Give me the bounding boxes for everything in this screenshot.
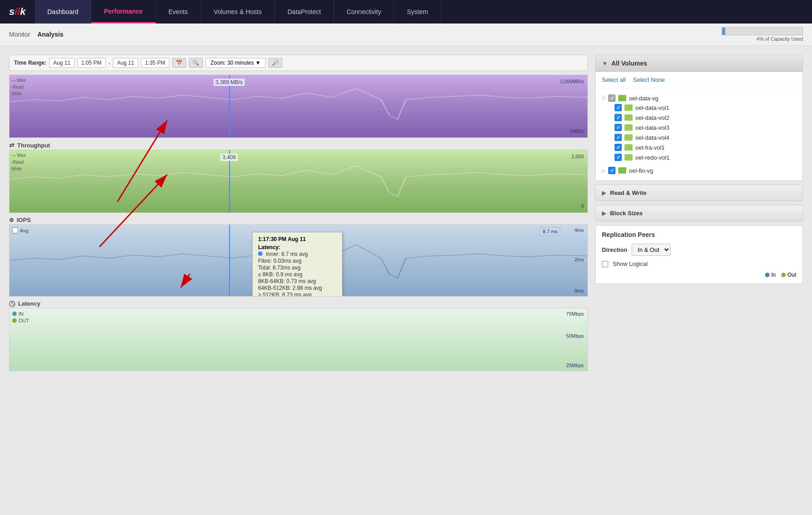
bandwidth-y-high: 2,000MB/s <box>560 79 584 84</box>
nav-item-volumes-hosts[interactable]: Volumes & Hosts <box>201 0 275 24</box>
nav-item-dashboard[interactable]: Dashboard <box>35 0 92 24</box>
direction-select[interactable]: In & Out <box>632 244 671 256</box>
label-oel-data-vol2: oel-data-vol2 <box>635 114 669 121</box>
bandwidth-chart-area: — Max-ReadWrite 3,389 MB/s 2,000MB/s 0MB… <box>9 75 588 138</box>
volumes-title: All Volumes <box>611 60 647 67</box>
folder-icon-vol1 <box>624 104 633 111</box>
block-sizes-header[interactable]: ▶ Block Sizes <box>596 205 803 221</box>
tooltip-8kb: ≤ 8KB: 0.9 ms avg <box>258 271 337 278</box>
tooltip-dot <box>258 251 263 256</box>
end-time[interactable]: 1:35 PM <box>141 58 169 68</box>
zoom-selector[interactable]: Zoom: 30 minutes ▼ <box>206 58 266 68</box>
zoom-in-button[interactable]: 🔎 <box>268 58 282 68</box>
top-navigation: silk Dashboard Performance Events Volume… <box>0 0 812 24</box>
out-dot <box>12 318 17 323</box>
nav-item-events[interactable]: Events <box>156 0 201 24</box>
in-legend-item: In <box>765 272 776 278</box>
direction-label: Direction <box>602 246 627 253</box>
nav-item-performance[interactable]: Performance <box>91 0 156 24</box>
read-write-section: ▶ Read & Write <box>595 184 803 201</box>
nav-item-system[interactable]: System <box>394 0 441 24</box>
group-label-oel-data-vg: oel-data-vg <box>629 95 658 102</box>
latency-y-75: 75Mbps <box>566 311 584 317</box>
throughput-chart-bg: — Max-ReadWrite 3,409 2,000 0 <box>9 150 587 213</box>
chart-tooltip: 1:17:30 PM Aug 11 Latency: Inner: 8.7 ms… <box>252 232 343 297</box>
end-date[interactable]: Aug 11 <box>113 58 138 68</box>
zoom-out-button[interactable]: 🔍 <box>189 58 203 68</box>
bandwidth-y-low: 0MB/s <box>570 128 584 134</box>
replication-section: Replication Peers Direction In & Out Sho… <box>595 225 803 284</box>
block-sizes-icon: ▶ <box>602 210 606 217</box>
folder-icon-oel-fio-vg <box>618 167 626 174</box>
latency-title-row: Latency <box>9 300 588 307</box>
nav-item-connectivity[interactable]: Connectivity <box>334 0 394 24</box>
latency-chart-section: Latency IN OUT <box>9 300 588 371</box>
latency-y-50: 50Mbps <box>566 333 584 339</box>
volume-group-oel-data-vg: ▽ oel-data-vg oel-data-vol1 oel <box>596 92 803 164</box>
charts-panel: Time Range: Aug 11 1:05 PM - Aug 11 1:35… <box>9 55 588 375</box>
show-logical-row: Show Logical <box>602 260 796 267</box>
volume-group-header-oel-data-vg[interactable]: ▽ oel-data-vg <box>602 94 796 103</box>
out-legend-dot <box>781 273 786 277</box>
throughput-title: Throughput <box>17 142 50 149</box>
throughput-title-row: ⇄ Throughput <box>9 142 588 149</box>
out-legend-label: Out <box>788 272 796 278</box>
select-all-link[interactable]: Select all <box>602 76 626 83</box>
avg-checkbox[interactable] <box>12 227 18 233</box>
throughput-y-low: 0 <box>581 203 584 209</box>
capacity-text: 4% of Capacity Used <box>756 36 803 42</box>
tooltip-total: Total: 8.73ms avg <box>258 265 337 271</box>
capacity-bar-outer <box>722 27 803 35</box>
start-date[interactable]: Aug 11 <box>49 58 75 68</box>
checkbox-oel-data-vol3[interactable] <box>615 124 622 131</box>
checkbox-oel-data-vol1[interactable] <box>615 104 622 111</box>
group-checkbox-oel-data-vg[interactable] <box>608 94 615 102</box>
group2-expand-arrow: ▷ <box>602 168 605 173</box>
tooltip-64kb-512kb: 64KB-512KB: 2.98 ms avg <box>258 285 337 291</box>
in-legend-label: In <box>771 272 776 278</box>
label-oel-fra-vol1: oel-fra-vol1 <box>635 144 665 151</box>
nav-item-dataprotect[interactable]: DataProtect <box>275 0 334 24</box>
checkbox-oel-redo-vol1[interactable] <box>615 154 622 161</box>
in-label: IN <box>19 311 23 317</box>
show-logical-label: Show Logical <box>613 260 648 267</box>
folder-icon-vol3 <box>624 124 633 131</box>
calendar-icon-button[interactable]: 📅 <box>172 58 186 68</box>
time-range-bar: Time Range: Aug 11 1:05 PM - Aug 11 1:35… <box>9 55 588 71</box>
iops-y-2ms: 2ms <box>574 257 584 262</box>
iops-vline <box>229 225 230 296</box>
throughput-chart-section: ⇄ Throughput — Max-ReadWrite 3,409 2,000 <box>9 142 588 213</box>
group-expand-arrow: ▽ <box>602 96 605 101</box>
sub-nav-left: Monitor Analysis <box>9 31 63 38</box>
folder-icon-oel-data-vg <box>618 95 626 101</box>
volume-group-header-oel-fio-vg[interactable]: ▷ oel-fio-vg <box>602 166 796 175</box>
group-checkbox-oel-fio-vg[interactable] <box>608 167 615 174</box>
volume-group-oel-fio-vg: ▷ oel-fio-vg <box>596 164 803 177</box>
latency-chart-area: IN OUT 75Mbps 50Mbps 25Mbps <box>9 308 588 371</box>
svg-line-6 <box>12 304 14 305</box>
throughput-value: 3,409 <box>221 154 238 161</box>
sub-nav-monitor[interactable]: Monitor <box>9 31 30 38</box>
sub-nav-analysis[interactable]: Analysis <box>38 31 64 38</box>
volumes-header[interactable]: ▼ All Volumes <box>596 55 803 72</box>
iops-chart-bg: Avg 8.7 ms 1:17:30 PM Aug 11 Latency: In… <box>9 225 587 296</box>
volume-item-oel-redo-vol1: oel-redo-vol1 <box>602 152 796 162</box>
show-logical-checkbox[interactable] <box>602 261 608 267</box>
tooltip-title: 1:17:30 PM Aug 11 <box>258 236 337 242</box>
in-dot <box>12 312 17 316</box>
start-time[interactable]: 1:05 PM <box>77 58 106 68</box>
gear-icon: ⚙ <box>9 217 14 223</box>
replication-title: Replication Peers <box>602 231 796 238</box>
block-sizes-section: ▶ Block Sizes <box>595 205 803 222</box>
iops-title-row: ⚙ IOPS <box>9 217 588 223</box>
checkbox-oel-fra-vol1[interactable] <box>615 144 622 151</box>
tooltip-fibre: Fibre: 0.03ms avg <box>258 258 337 264</box>
read-write-header[interactable]: ▶ Read & Write <box>596 185 803 201</box>
select-none-link[interactable]: Select None <box>633 76 665 83</box>
volumes-collapse-icon: ▼ <box>602 60 608 67</box>
time-range-label: Time Range: <box>14 60 47 66</box>
checkbox-oel-data-vol2[interactable] <box>615 114 622 121</box>
checkbox-oel-data-vol4[interactable] <box>615 134 622 141</box>
volume-item-oel-data-vol3: oel-data-vol3 <box>602 123 796 132</box>
throughput-y-high: 2,000 <box>571 154 584 159</box>
